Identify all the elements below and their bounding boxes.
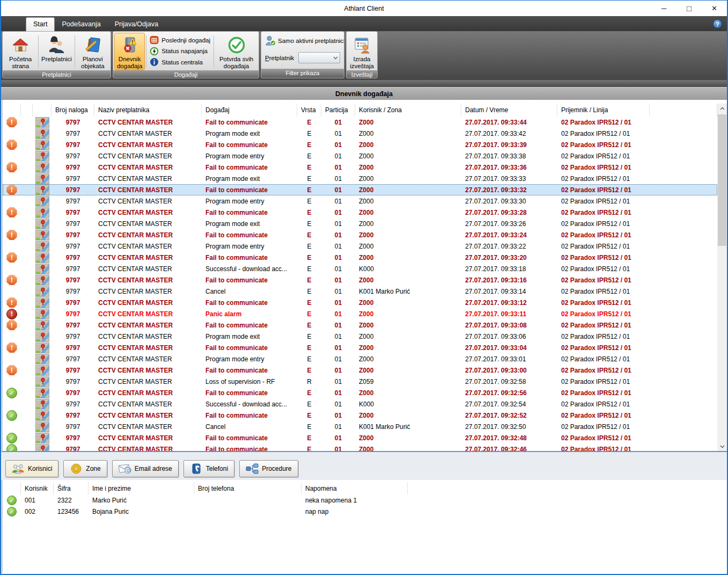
last-event-button[interactable]: Poslednji događaj <box>150 35 210 45</box>
ribbon-tab-prijava-odjava[interactable]: Prijava/Odjava <box>108 18 165 31</box>
event-row[interactable]: !9797CCTV CENTAR MASTERFail to communica… <box>3 207 717 218</box>
column-header[interactable]: Prijemnik / Linija <box>557 104 650 117</box>
event-row[interactable]: 9797CCTV CENTAR MASTERSuccessful - downl… <box>3 398 717 410</box>
event-log-button[interactable]: Dnevnik događaja <box>114 33 145 70</box>
filler-cell <box>650 173 717 184</box>
subscribers-button[interactable]: Pretplatnici <box>40 33 73 70</box>
event-row[interactable]: !9797CCTV CENTAR MASTERPanic alarmE01Z00… <box>3 308 717 319</box>
site-plans-icon <box>84 36 102 54</box>
column-header[interactable]: Korisnik <box>21 482 54 494</box>
ribbon-tab-pode-avanja[interactable]: Podešavanja <box>55 18 107 31</box>
event-row[interactable]: 9797CCTV CENTAR MASTERProgram mode exitE… <box>3 173 717 184</box>
event-row[interactable]: ✓9797CCTV CENTAR MASTERFail to communica… <box>3 443 717 451</box>
event-row[interactable]: 9797CCTV CENTAR MASTERProgram mode exitE… <box>3 331 717 342</box>
status-cell <box>3 286 21 297</box>
ribbon-tab-start[interactable]: Start <box>26 17 55 31</box>
scrollbar-thumb[interactable] <box>718 114 726 246</box>
tab-label: Korisnici <box>28 465 52 472</box>
event-cell: Fail to communicate <box>202 410 297 421</box>
ribbon-group-label: Događaji <box>113 70 259 78</box>
event-row[interactable]: !9797CCTV CENTAR MASTERFail to communica… <box>3 319 717 331</box>
event-row[interactable]: 9797CCTV CENTAR MASTERProgram mode entry… <box>3 195 717 207</box>
spacer-column-header[interactable] <box>21 104 33 117</box>
subscriber-cell: CCTV CENTAR MASTER <box>94 319 202 331</box>
status-column-header[interactable] <box>3 482 21 494</box>
column-header[interactable]: Datum / Vreme <box>461 104 557 117</box>
tab-email-adrese[interactable]: @Email adrese <box>112 460 179 477</box>
event-row[interactable]: 9797CCTV CENTAR MASTERCancelE01K001 Mark… <box>3 421 717 432</box>
event-row[interactable]: 9797CCTV CENTAR MASTERSuccessful - downl… <box>3 263 717 274</box>
spacer-cell <box>21 286 33 297</box>
column-header[interactable]: Vrsta <box>297 104 321 117</box>
event-row[interactable]: ✓9797CCTV CENTAR MASTERFail to communica… <box>3 432 717 443</box>
scroll-up-icon[interactable] <box>717 104 727 113</box>
subscriber-combobox[interactable] <box>298 52 340 63</box>
event-row[interactable]: 9797CCTV CENTAR MASTERLoss of supervisio… <box>3 376 717 387</box>
event-row[interactable]: 9797CCTV CENTAR MASTERProgram mode entry… <box>3 150 717 162</box>
event-row[interactable]: ✓9797CCTV CENTAR MASTERFail to communica… <box>3 410 717 421</box>
event-row[interactable]: !9797CCTV CENTAR MASTERFail to communica… <box>3 229 717 241</box>
create-report-button[interactable]: Izrada izveštaja <box>348 33 376 70</box>
close-button[interactable]: ✕ <box>702 1 727 16</box>
partition-cell: 01 <box>321 319 355 331</box>
tab-zone[interactable]: Zone <box>63 460 107 477</box>
alarm-icon: ! <box>6 365 17 376</box>
vertical-scrollbar[interactable] <box>717 104 727 451</box>
event-row[interactable]: !9797CCTV CENTAR MASTERFail to communica… <box>3 162 717 173</box>
zone-cell: K001 Marko Purić <box>355 421 461 432</box>
tab-telefoni[interactable]: Telefoni <box>183 460 234 477</box>
power-status-button[interactable]: Status napajanja <box>150 47 210 56</box>
status-cell <box>3 128 21 139</box>
map-icon <box>35 241 49 252</box>
filler-cell <box>650 241 717 252</box>
event-row[interactable]: !9797CCTV CENTAR MASTERFail to communica… <box>3 184 717 195</box>
filler-cell <box>650 286 717 297</box>
column-header[interactable]: Korisnik / Zona <box>355 104 461 117</box>
minimize-button[interactable]: ─ <box>651 1 676 16</box>
event-row[interactable]: !9797CCTV CENTAR MASTERFail to communica… <box>3 139 717 150</box>
map-cell <box>33 353 52 365</box>
tab-procedure[interactable]: Procedure <box>239 460 298 477</box>
event-row[interactable]: 9797CCTV CENTAR MASTERProgram mode entry… <box>3 241 717 252</box>
maximize-button[interactable]: □ <box>676 1 702 16</box>
help-icon[interactable]: ? <box>713 19 722 28</box>
map-column-header[interactable] <box>33 104 52 117</box>
confirm-all-button[interactable]: Potvrda svih događaja <box>215 33 258 70</box>
event-row[interactable]: !9797CCTV CENTAR MASTERFail to communica… <box>3 274 717 286</box>
column-header[interactable]: Naziv pretplatnika <box>94 104 202 117</box>
event-row[interactable]: !9797CCTV CENTAR MASTERFail to communica… <box>3 297 717 308</box>
active-subscribers-toggle[interactable]: Samo aktivni pretplatnici <box>265 35 340 46</box>
home-button[interactable]: Početna strana <box>4 33 37 70</box>
user-row[interactable]: ✓002123456Bojana Puricnap nap <box>3 506 727 517</box>
spacer-cell <box>21 274 33 286</box>
column-header[interactable]: Broj naloga <box>52 104 94 117</box>
partition-cell: 01 <box>321 365 355 376</box>
status-column-header[interactable] <box>3 104 21 117</box>
event-row[interactable]: 9797CCTV CENTAR MASTERProgram mode entry… <box>3 353 717 365</box>
scroll-down-icon[interactable] <box>717 442 727 451</box>
partition-cell: 01 <box>321 162 355 173</box>
tab-korisnici[interactable]: Korisnici <box>5 460 58 477</box>
user-row[interactable]: ✓0012322Marko Purićneka napomena 1 <box>3 494 727 506</box>
column-header[interactable]: Šifra <box>54 482 89 494</box>
event-cell: Loss of supervision - RF <box>202 376 297 387</box>
column-header[interactable]: Napomena <box>302 482 408 494</box>
column-header[interactable]: Ime i prezime <box>89 482 194 494</box>
code-cell: 123456 <box>54 506 89 517</box>
panel-status-button[interactable]: Status centrala <box>150 57 210 67</box>
event-row[interactable]: ✓9797CCTV CENTAR MASTERFail to communica… <box>3 387 717 398</box>
site-plans-button[interactable]: Planovi objekata <box>76 33 109 70</box>
column-header[interactable]: Broj telefona <box>194 482 302 494</box>
event-row[interactable]: !9797CCTV CENTAR MASTERFail to communica… <box>3 365 717 376</box>
alarm-icon: ! <box>6 275 17 286</box>
column-header[interactable]: Događaj <box>202 104 297 117</box>
line-cell: 02 Paradox IPR512 / 01 <box>557 128 650 139</box>
event-row[interactable]: 9797CCTV CENTAR MASTERProgram mode exitE… <box>3 128 717 139</box>
event-row[interactable]: !9797CCTV CENTAR MASTERFail to communica… <box>3 117 717 128</box>
event-row[interactable]: !9797CCTV CENTAR MASTERFail to communica… <box>3 342 717 353</box>
event-row[interactable]: 9797CCTV CENTAR MASTERProgram mode exitE… <box>3 218 717 229</box>
column-header[interactable]: Particija <box>321 104 355 117</box>
event-row[interactable]: !9797CCTV CENTAR MASTERFail to communica… <box>3 252 717 263</box>
event-row[interactable]: 9797CCTV CENTAR MASTERCancelE01K001 Mark… <box>3 286 717 297</box>
app-window: Athlant Client ─ □ ✕ StartPodešavanjaPri… <box>0 0 728 575</box>
